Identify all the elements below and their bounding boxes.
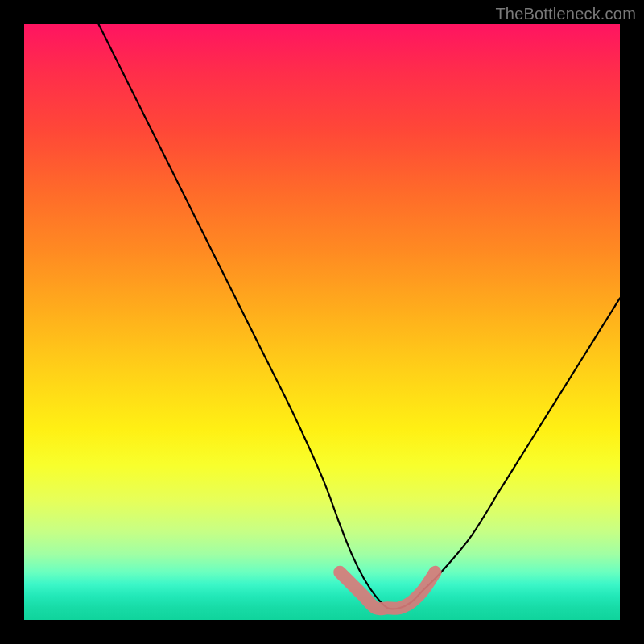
chart-frame: TheBottleneck.com xyxy=(0,0,644,644)
watermark-text: TheBottleneck.com xyxy=(495,5,636,23)
bottleneck-curve xyxy=(84,24,620,609)
plot-area xyxy=(24,24,620,620)
curve-layer xyxy=(24,24,620,620)
highlight-band xyxy=(340,572,435,609)
